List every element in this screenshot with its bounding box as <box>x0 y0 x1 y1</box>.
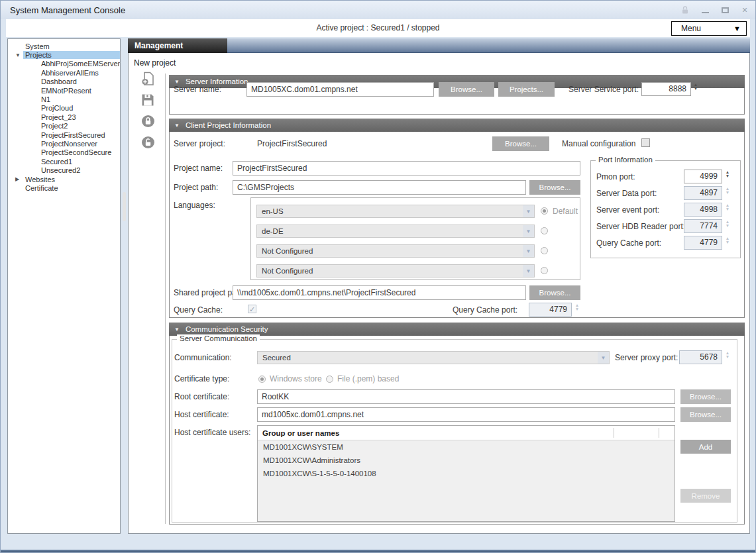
dropdown-arrow-icon[interactable]: ▼ <box>523 205 534 217</box>
toolbar-divider <box>165 74 166 524</box>
tree-item-project[interactable]: Project2 <box>8 122 120 130</box>
windows-store-radio[interactable] <box>258 376 266 383</box>
section-communication-security: ▼ Communication Security Server Communic… <box>169 323 745 525</box>
user-list-item[interactable]: MD1001XCW\Administrators <box>258 454 675 467</box>
expander-expanded-icon[interactable]: ▼ <box>15 52 23 58</box>
tree-item-project[interactable]: Unsecured2 <box>8 166 120 174</box>
dropdown-arrow-icon[interactable]: ▼ <box>523 245 534 257</box>
save-icon[interactable] <box>140 93 155 107</box>
menu-dropdown-label: Menu <box>681 24 701 33</box>
project-path-browse-button[interactable]: Browse... <box>529 180 580 195</box>
server-event-port-label: Server event port: <box>596 205 659 215</box>
expander-collapsed-icon[interactable]: ▶ <box>15 176 23 182</box>
server-project-value: ProjectFirstSecured <box>257 139 327 148</box>
tree-item-project[interactable]: ProjCloud <box>8 104 120 113</box>
user-list-item[interactable]: MD1001XCW\SYSTEM <box>258 440 675 454</box>
service-port-label: Server Service port: <box>568 85 639 94</box>
users-list-header: Group or user names <box>258 426 675 440</box>
query-cache-port-arrows: ▲▼ <box>724 236 731 244</box>
splitter-grip-handle[interactable] <box>123 192 126 221</box>
client-project-header[interactable]: ▼ Client Project Information <box>169 119 745 132</box>
pem-file-radio[interactable] <box>326 376 333 383</box>
close-button[interactable]: × <box>739 5 750 15</box>
proxy-port-spinner: 5678 <box>679 350 722 364</box>
user-list-item[interactable]: MD1001XCW\S-1-5-5-0-1400108 <box>258 467 675 480</box>
lock-icon[interactable] <box>140 114 155 128</box>
tree-item-project[interactable]: AbhiProjSomeEMServer <box>8 60 120 68</box>
server-browse-button[interactable]: Browse... <box>439 82 494 97</box>
pmon-port-spinner[interactable]: 4999 <box>684 170 722 183</box>
shared-path-input[interactable] <box>233 285 526 300</box>
port-information-title: Port Information <box>596 156 655 164</box>
dropdown-arrow-icon[interactable]: ▼ <box>523 265 534 277</box>
menu-dropdown[interactable]: Menu ▼ <box>671 21 747 36</box>
project-path-label: Project path: <box>174 183 218 192</box>
tree-item-projects[interactable]: ▼Projects <box>8 50 120 59</box>
server-name-input[interactable] <box>246 82 434 97</box>
query-cache-port-spinner: 4779 <box>684 236 722 250</box>
project-name-input[interactable] <box>233 161 580 176</box>
minimize-button[interactable] <box>700 5 710 15</box>
dropdown-arrow-icon[interactable]: ▼ <box>598 352 609 364</box>
default-language-radio-3[interactable] <box>541 247 548 254</box>
tree-item-system[interactable]: System <box>8 42 120 50</box>
shared-path-browse-button[interactable]: Browse... <box>529 285 580 300</box>
server-project-browse-button[interactable]: Browse... <box>492 136 549 151</box>
new-project-icon[interactable] <box>140 72 155 86</box>
query-cache-port-row-label: Query Cache port: <box>453 305 517 315</box>
tree-item-project[interactable]: AbhiserverAllEms <box>8 68 120 77</box>
dropdown-arrow-icon[interactable]: ▼ <box>523 225 534 237</box>
tree-item-project[interactable]: Secured1 <box>8 157 120 166</box>
communication-label: Communication: <box>174 353 232 362</box>
default-language-radio-4[interactable] <box>541 267 548 274</box>
project-path-input[interactable] <box>233 180 526 195</box>
hdb-reader-port-label: Server HDB Reader port: <box>596 222 685 231</box>
server-event-port-spinner: 4998 <box>684 203 722 217</box>
panel-splitter[interactable] <box>122 38 127 534</box>
tree-item-project[interactable]: Project_23 <box>8 113 120 121</box>
pmon-port-arrows[interactable]: ▲▼ <box>724 170 731 177</box>
communication-security-header[interactable]: ▼ Communication Security <box>169 323 745 336</box>
manual-config-checkbox[interactable] <box>641 138 650 147</box>
titlebar-lock-icon <box>680 5 690 15</box>
navigation-tree: System ▼Projects AbhiProjSomeEMServer Ab… <box>7 38 121 534</box>
service-port-arrows[interactable]: ▲▼ <box>692 83 699 90</box>
language-dropdown-2[interactable]: de-DE ▼ <box>256 225 535 238</box>
tree-item-certificate[interactable]: Certificate <box>8 183 120 192</box>
page-title: New project <box>134 58 176 68</box>
side-toolbar <box>136 72 160 150</box>
tree-item-websites[interactable]: ▶Websites <box>8 175 120 183</box>
language-dropdown-4[interactable]: Not Configured ▼ <box>256 264 535 277</box>
default-language-radio-2[interactable] <box>541 227 548 234</box>
host-certificate-browse-button[interactable]: Browse... <box>680 407 731 422</box>
tree-item-project[interactable]: Dashboard <box>8 77 120 86</box>
proxy-port-arrows: ▲▼ <box>724 351 731 358</box>
language-dropdown-1[interactable]: en-US ▼ <box>256 205 535 218</box>
tree-item-project[interactable]: ProjectFirstSecured <box>8 130 120 139</box>
query-cache-port-label: Query Cache port: <box>596 238 661 248</box>
host-certificate-input[interactable] <box>257 407 675 422</box>
unlock-icon[interactable] <box>140 135 155 150</box>
remove-user-button[interactable]: Remove <box>680 489 731 503</box>
host-certificate-label: Host certificate: <box>174 410 229 419</box>
root-certificate-input[interactable] <box>257 389 675 404</box>
projects-button[interactable]: Projects... <box>498 82 555 97</box>
server-event-port-arrows: ▲▼ <box>724 203 731 211</box>
root-certificate-browse-button[interactable]: Browse... <box>680 389 731 404</box>
communication-dropdown[interactable]: Secured ▼ <box>257 351 610 364</box>
title-bar: System Management Console × <box>1 1 755 19</box>
collapse-icon: ▼ <box>174 79 180 85</box>
add-user-button[interactable]: Add <box>680 440 731 454</box>
tree-item-project[interactable]: ProjectNonserver <box>8 139 120 148</box>
default-language-radio-1[interactable] <box>541 207 548 215</box>
column-separator <box>614 428 614 438</box>
maximize-button[interactable] <box>720 5 730 15</box>
project-name-label: Project name: <box>174 164 223 173</box>
service-port-spinner[interactable]: 8888 <box>641 82 691 96</box>
tree-item-project[interactable]: N1 <box>8 95 120 103</box>
tab-management[interactable]: Management <box>128 38 227 53</box>
language-dropdown-3[interactable]: Not Configured ▼ <box>256 244 535 258</box>
tree-item-project[interactable]: EMNotPResent <box>8 86 120 95</box>
server-communication-title: Server Communication <box>177 334 260 342</box>
tree-item-project[interactable]: ProjectSecondSecure <box>8 148 120 157</box>
